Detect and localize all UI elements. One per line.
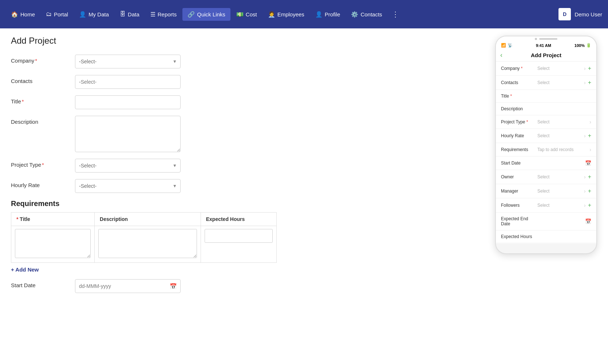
home-nav-label: Home [20,11,35,17]
hourly-rate-select-wrap: -Select- ▼ [75,179,181,193]
company-select[interactable]: -Select- [75,55,181,68]
mobile-time: 9:41 AM [536,43,551,48]
mobile-row-value: Select [537,66,584,71]
mobile-row-actions: 📅 [585,160,591,166]
title-label: Title* [11,95,69,104]
mobile-row-label: Followers [501,203,537,208]
mobile-list-item[interactable]: ManagerSelect›+ [496,184,596,198]
table-row: 0.0 [11,226,277,263]
nav-item-profile[interactable]: 👤Profile [310,8,346,21]
description-textarea[interactable] [75,116,181,152]
mobile-row-value: Tap to add records [537,147,589,152]
start-date-label: Start Date [11,279,69,288]
company-row: Company* -Select- ▼ [11,55,280,68]
nav-item-home[interactable]: 🏠Home [6,8,40,21]
quick-links-nav-label: Quick Links [197,11,225,17]
contacts-input[interactable] [75,75,181,89]
req-title-input[interactable] [15,229,91,258]
contacts-nav-icon: ⚙️ [351,11,358,18]
nav-item-quick-links[interactable]: 🔗Quick Links [182,8,230,21]
nav-more-button[interactable]: ⋮ [388,7,403,21]
contacts-row: Contacts [11,75,280,89]
mobile-list-item[interactable]: ContactsSelect›+ [496,76,596,90]
mobile-chevron-icon: › [589,119,591,125]
mobile-row-label: Start Date [501,161,537,166]
notch-dot-1 [535,38,537,40]
company-label: Company* [11,55,69,64]
mobile-chevron-icon: › [584,133,586,139]
mobile-list-item[interactable]: Description [496,103,596,115]
my-data-nav-label: My Data [88,11,109,17]
nav-avatar: D [558,8,571,20]
req-hours-input[interactable]: 0.0 [205,229,273,243]
mobile-list-item[interactable]: Start Date📅 [496,157,596,170]
nav-user-label: Demo User [575,11,602,17]
nav-item-cost[interactable]: 💵Cost [231,8,262,21]
req-col-title: * Title [11,213,95,226]
mobile-preview: 📶 📡 9:41 AM 100% 🔋 ‹ Add Project Company… [495,36,597,254]
mobile-list-item[interactable]: RequirementsTap to add records› [496,143,596,157]
mobile-back-button[interactable]: ‹ [500,51,502,59]
nav-user[interactable]: D Demo User [558,8,602,20]
mobile-chevron-icon: › [584,80,586,86]
mobile-row-actions: ›+ [584,202,591,209]
requirements-title: Requirements [11,199,280,208]
mobile-row-value: Select [537,80,584,85]
mobile-page-title: Add Project [531,52,561,58]
mobile-calendar-icon: 📅 [585,160,591,166]
mobile-row-label: Project Type * [501,119,537,124]
project-type-label: Project Type* [11,159,69,168]
mobile-app-header: ‹ Add Project [496,49,596,62]
mobile-list-item[interactable]: Title * [496,90,596,103]
mobile-chevron-icon: › [584,66,586,71]
nav-item-employees[interactable]: 🧑‍💼Employees [263,8,309,21]
mobile-list-item[interactable]: OwnerSelect›+ [496,170,596,184]
mobile-list-item[interactable]: Expected Hours [496,230,596,243]
nav-item-portal[interactable]: 🗂Portal [41,8,73,20]
mobile-row-label: Owner [501,174,537,179]
mobile-chevron-icon: › [584,188,586,194]
quick-links-nav-icon: 🔗 [187,11,195,18]
start-date-input[interactable] [75,279,181,293]
add-new-button[interactable]: + Add New [11,266,39,273]
profile-nav-label: Profile [325,11,340,17]
mobile-list-item[interactable]: FollowersSelect›+ [496,198,596,213]
profile-nav-icon: 👤 [315,11,323,18]
employees-nav-label: Employees [277,11,304,17]
mobile-list-item[interactable]: Project Type *Select› [496,115,596,129]
nav-item-data[interactable]: 🗄Data [115,8,145,20]
project-type-row: Project Type* -Select- ▼ [11,159,280,173]
start-date-wrap: 📅 [75,279,181,293]
reports-nav-label: Reports [158,11,177,17]
data-nav-icon: 🗄 [120,11,126,17]
battery-percent: 100% [575,43,585,48]
mobile-row-value: Select [537,189,584,194]
portal-nav-icon: 🗂 [46,11,52,17]
mobile-chevron-icon: › [589,147,591,153]
mobile-plus-icon: + [588,188,591,194]
project-type-select[interactable]: -Select- [75,159,181,173]
mobile-row-actions: ›+ [584,132,591,139]
mobile-row-label: Expected End Date [501,216,537,226]
mobile-row-label: Requirements [501,147,537,152]
title-input[interactable] [75,95,181,109]
mobile-notch [496,36,596,41]
nav-item-contacts[interactable]: ⚙️Contacts [346,8,387,21]
nav-item-reports[interactable]: ☰Reports [145,8,182,21]
req-col-hours: Expected Hours [201,213,276,226]
navbar: 🏠Home🗂Portal👤My Data🗄Data☰Reports🔗Quick … [0,0,608,28]
mobile-status-bar: 📶 📡 9:41 AM 100% 🔋 [496,41,596,49]
mobile-list-item[interactable]: Expected End Date📅 [496,213,596,230]
hourly-rate-select[interactable]: -Select- [75,179,181,193]
notch-pill [539,38,557,40]
nav-item-my-data[interactable]: 👤My Data [74,8,114,21]
hourly-rate-label: Hourly Rate [11,179,69,188]
mobile-list-item[interactable]: Company *Select›+ [496,62,596,76]
mobile-row-actions: 📅 [585,218,591,224]
mobile-list-item[interactable]: Hourly RateSelect›+ [496,129,596,143]
mobile-row-label: Manager [501,189,537,194]
mobile-row-label: Company * [501,66,537,71]
add-project-form: Company* -Select- ▼ Contacts Title* [11,55,280,293]
mobile-plus-icon: + [588,174,591,180]
req-desc-input[interactable] [98,229,197,258]
